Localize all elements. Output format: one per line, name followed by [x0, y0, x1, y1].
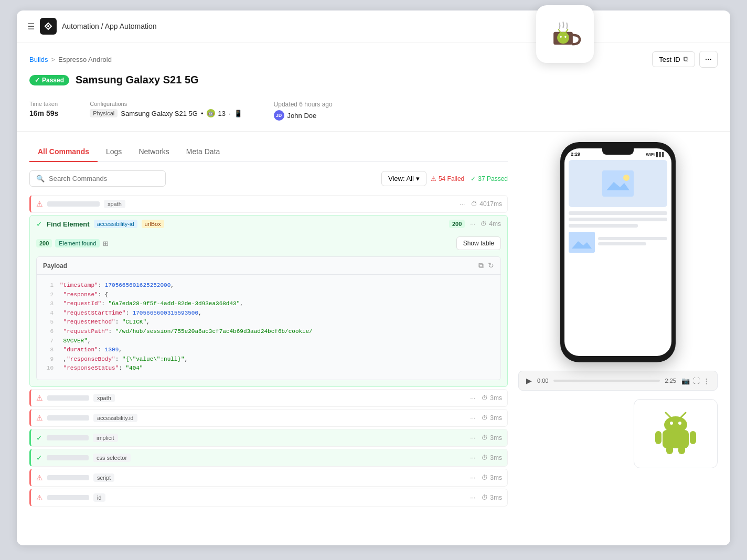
- more-icon[interactable]: ···: [470, 414, 475, 422]
- tab-all-commands[interactable]: All Commands: [29, 142, 98, 162]
- svg-point-3: [564, 36, 567, 38]
- find-element-header: ✓ Find Element accessibility-id urlBox 2…: [30, 216, 507, 232]
- command-row-1[interactable]: ⚠ xpath ··· ⏱ 4017ms: [29, 195, 508, 213]
- hamburger-button[interactable]: ☰: [27, 21, 35, 31]
- clock-icon: ⏱: [471, 200, 477, 208]
- search-input[interactable]: [49, 175, 159, 182]
- command-label-bar: [47, 435, 89, 440]
- svg-point-2: [560, 36, 562, 38]
- command-tag: accessibility.id: [93, 414, 137, 422]
- find-element-row[interactable]: ✓ Find Element accessibility-id urlBox 2…: [29, 215, 508, 387]
- clock-icon: ⏱: [482, 454, 488, 461]
- fullscreen-icon[interactable]: ⛶: [693, 377, 700, 385]
- copy-payload-icon[interactable]: ⧉: [478, 261, 484, 270]
- stats-row: ⚠ 54 Failed ✓ 37 Passed: [431, 175, 508, 182]
- breadcrumb-parent[interactable]: Builds: [29, 56, 48, 63]
- search-box[interactable]: 🔍: [29, 170, 166, 187]
- fe-tag-200: 200: [449, 220, 465, 228]
- device-icon: 📱: [234, 110, 242, 117]
- more-icon[interactable]: ···: [470, 474, 475, 481]
- android-version: 13: [218, 110, 226, 117]
- user-name: John Doe: [287, 112, 317, 120]
- play-button[interactable]: ▶: [526, 376, 532, 385]
- payload-actions: ⧉ ↻: [478, 261, 494, 270]
- chevron-down-icon: ▾: [416, 175, 420, 182]
- config-meta: Configurations Physical Samsung Galaxy S…: [90, 101, 242, 117]
- more-icon[interactable]: ···: [470, 454, 475, 461]
- clock-icon: ⏱: [482, 414, 488, 422]
- error-icon: ⚠: [36, 493, 43, 502]
- passed-stat: ✓ 37 Passed: [471, 175, 508, 182]
- command-label-bar: [47, 475, 89, 480]
- payload-line-3: 3 "requestId": "6a7eda28-9f5f-4add-82de-…: [43, 299, 494, 309]
- clock-icon: ⏱: [482, 434, 488, 441]
- command-label-bar: [47, 455, 89, 460]
- commands-panel: All Commands Logs Networks Meta Data 🔍 V…: [29, 142, 508, 514]
- payload-line-2: 2 "response": {: [43, 290, 494, 300]
- element-found-tag: Element found: [55, 239, 100, 247]
- android-icon: •: [201, 110, 204, 117]
- device-name: Samsung Galaxy S21 5G: [76, 74, 199, 86]
- content-area: All Commands Logs Networks Meta Data 🔍 V…: [17, 132, 730, 525]
- phone-screen: 2:29 WiFi ▌▌▌: [564, 148, 671, 356]
- tab-networks[interactable]: Networks: [130, 142, 177, 162]
- command-row-3[interactable]: ⚠ xpath ··· ⏱ 3ms: [29, 389, 508, 407]
- refresh-icon[interactable]: ↻: [488, 261, 494, 270]
- payload-box: Payload ⧉ ↻ 1"timestamp": 17056656016252…: [36, 256, 501, 380]
- svg-point-1: [557, 32, 569, 44]
- more-icon[interactable]: ···: [460, 200, 465, 208]
- payload-line-5: 5 "requestMethod": "CLICK",: [43, 318, 494, 327]
- expand-icon[interactable]: ⊞: [103, 240, 109, 247]
- phone-time: 2:29: [571, 152, 580, 157]
- more-icon[interactable]: ···: [470, 494, 475, 501]
- command-label-bar: [47, 415, 89, 421]
- top-bar: ☰ Automation / App Automation: [17, 10, 730, 42]
- main-card: ☰ Automation / App Automation Builds > E…: [17, 10, 730, 545]
- more-icon[interactable]: ···: [470, 220, 475, 228]
- video-icons: 📷 ⛶ ⋮: [681, 377, 710, 385]
- payload-line-9: 9 ,"responseBody": "{\"value\":null}",: [43, 355, 494, 364]
- payload-line-8: 8 "duration": 1309,: [43, 346, 494, 355]
- command-row-6[interactable]: ✓ css selector ··· ⏱ 3ms: [29, 449, 508, 467]
- show-table-button[interactable]: Show table: [456, 236, 501, 250]
- payload-title: Payload: [43, 262, 67, 270]
- command-row-4[interactable]: ⚠ accessibility.id ··· ⏱ 3ms: [29, 409, 508, 427]
- success-icon: ✓: [36, 454, 42, 462]
- clock-icon: ⏱: [482, 494, 488, 501]
- config-row: Physical Samsung Galaxy S21 5G • 🤖 13 · …: [90, 109, 242, 117]
- video-time-end: 2:25: [665, 378, 676, 384]
- wifi-icon: WiFi: [646, 152, 655, 157]
- config-separator: ·: [229, 110, 231, 117]
- phone-frame: 2:29 WiFi ▌▌▌: [560, 142, 676, 362]
- more-icon[interactable]: ···: [470, 394, 475, 402]
- video-time-start: 0:00: [537, 378, 548, 384]
- more-icon[interactable]: ···: [470, 434, 475, 441]
- status-200-tag: 200: [36, 239, 52, 247]
- app-title: Automation / App Automation: [62, 22, 157, 30]
- view-filter-button[interactable]: View: All ▾: [381, 171, 426, 186]
- device-title-row: ✓ Passed Samsung Galaxy S21 5G: [17, 74, 730, 94]
- command-row-8[interactable]: ⚠ id ··· ⏱ 3ms: [29, 489, 508, 507]
- command-label-bar: [47, 495, 89, 500]
- command-time: ⏱ 4017ms: [471, 200, 502, 208]
- more-options-button[interactable]: ···: [699, 51, 718, 68]
- video-progress-bar[interactable]: [553, 380, 659, 382]
- tabs: All Commands Logs Networks Meta Data: [29, 142, 508, 162]
- tab-meta-data[interactable]: Meta Data: [178, 142, 229, 162]
- phone-line: [598, 237, 667, 240]
- svg-point-8: [623, 175, 629, 181]
- command-row-5[interactable]: ✓ implicit ··· ⏱ 3ms: [29, 429, 508, 447]
- time-meta: Time taken 16m 59s: [29, 101, 58, 117]
- android-card: [634, 399, 718, 468]
- more-video-icon[interactable]: ⋮: [703, 377, 710, 385]
- phone-image-large: [569, 160, 667, 207]
- command-row-7[interactable]: ⚠ script ··· ⏱ 3ms: [29, 469, 508, 487]
- check-icon: ✓: [35, 77, 40, 84]
- tab-logs[interactable]: Logs: [98, 142, 130, 162]
- phone-panel: 2:29 WiFi ▌▌▌: [518, 142, 718, 514]
- phone-line: [569, 211, 667, 215]
- physical-badge: Physical: [90, 109, 118, 117]
- test-id-button[interactable]: Test ID ⧉: [652, 51, 695, 67]
- breadcrumb-current: Espresso Android: [58, 56, 112, 63]
- tag-urlbox: urlBox: [142, 220, 164, 228]
